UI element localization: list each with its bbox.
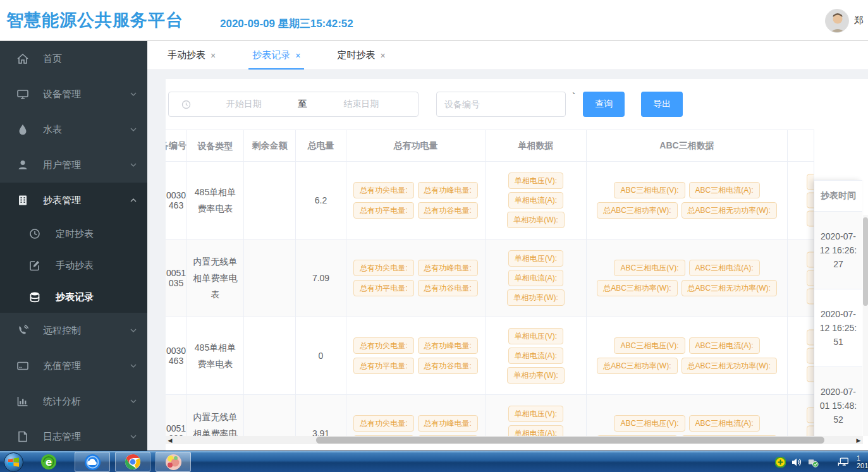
cell-device-no: 0051035 [166, 239, 187, 317]
vertical-scrollbar-thumb[interactable] [863, 217, 868, 306]
cell-three-phase: ABC三相电压(V):ABC三相电流(A):总ABC三相功率(W):总ABC三相… [587, 317, 788, 394]
table-row[interactable]: 0051035 内置无线单相单费率电表 7.09 总有功尖电量:总有功峰电量:总… [166, 239, 814, 317]
data-field-tag: 总有功谷电量: [418, 358, 478, 374]
windows-logo-icon [8, 457, 19, 467]
bar-chart-icon [16, 395, 29, 408]
cell-single-phase: 单相电压(V):单相电流(A):单相功率(W): [486, 162, 587, 239]
sidebar-item-user-mgmt[interactable]: 用户管理 [0, 147, 147, 183]
cell-read-time: 2020-07-12 16:26:27 [814, 212, 862, 289]
tray-volume-icon[interactable] [791, 456, 802, 468]
windows-taskbar: e [0, 451, 868, 472]
sidebar-item-label: 抄表记录 [56, 291, 94, 303]
sidebar-item-meter-mgmt[interactable]: 抄表管理 [0, 183, 147, 218]
qq-browser-icon [84, 454, 101, 471]
cell-device-type: 485单相单费率电表 [187, 162, 244, 239]
col-header-single-phase: 单相数据 [486, 130, 587, 161]
sidebar-item-device-mgmt[interactable]: 设备管理 [0, 76, 147, 112]
tray-360-safety-icon[interactable] [774, 456, 786, 468]
table-row[interactable]: 0030463 485单相单费率电表 6.2 总有功尖电量:总有功峰电量:总有功… [166, 162, 814, 239]
data-field-tag: 总ABC三相无功功率(W): [682, 358, 777, 374]
device-number-input[interactable] [436, 92, 566, 117]
close-icon[interactable]: × [211, 51, 216, 61]
sidebar-item-water-meter[interactable]: 水表 [0, 112, 147, 147]
data-field-tag: ABC三相电压(V): [614, 337, 685, 354]
document-icon [16, 430, 29, 443]
col-header-total-energy: 总电量 [296, 130, 346, 161]
user-box[interactable]: 郑 [825, 0, 868, 41]
tray-network-icon[interactable] [838, 456, 849, 468]
cell-active-energy: 总有功尖电量:总有功峰电量:总有功平电量:总有功谷电量: [346, 239, 486, 317]
sidebar-item-manual-reading[interactable]: 手动抄表 [0, 250, 147, 281]
data-field-tag: 总有功谷电量: [418, 202, 478, 219]
data-field-tag: 单相电压(V): [508, 250, 563, 267]
col-header-device-no: 设备编号 [166, 130, 187, 161]
horizontal-scrollbar[interactable]: ◀ ▶ [166, 436, 863, 444]
cell-three-phase: ABC三相电压(V):ABC三相电流(A):总ABC三相功率(W):总ABC三相… [587, 395, 788, 436]
data-field-tag: 总ABC三相功率(W): [597, 358, 677, 374]
close-icon[interactable]: × [380, 51, 385, 61]
cell-balance [244, 317, 296, 394]
sidebar-item-statistics[interactable]: 统计分析 [0, 384, 147, 419]
sidebar-item-log-mgmt[interactable]: 日志管理 [0, 419, 147, 454]
sidebar-item-label: 水表 [43, 124, 62, 136]
close-icon[interactable]: × [295, 51, 300, 61]
clock-icon [181, 100, 191, 109]
sidebar-item-home[interactable]: 首页 [0, 41, 147, 76]
cell-single-phase: 单相电压(V):单相电流(A):单相功率(W): [486, 395, 587, 436]
data-field-tag: 总有功谷电量: [418, 280, 478, 296]
cell-balance [244, 395, 296, 436]
taskbar-photo-app-button[interactable] [156, 452, 191, 472]
content-card: 开始日期 至 结束日期 ` 查询 导出 设备编号 设备类型 剩余金额 总电量 [166, 79, 868, 451]
start-button[interactable] [4, 452, 23, 472]
scroll-left-arrow-icon[interactable]: ◀ [166, 437, 174, 444]
tray-clock[interactable]: 1 201 [857, 454, 868, 469]
vertical-scrollbar[interactable]: ▾ [863, 215, 868, 436]
clipped-tag [807, 330, 814, 346]
sidebar-item-reading-records[interactable]: 抄表记录 [0, 281, 147, 313]
taskbar-qq-browser-button[interactable] [75, 452, 110, 472]
data-field-tag: 总有功尖电量: [353, 415, 413, 432]
sidebar-item-label: 充值管理 [43, 360, 81, 372]
tab-manual-reading[interactable]: 手动抄表 × [168, 41, 216, 70]
clipped-tag [807, 270, 814, 286]
sidebar-item-remote-control[interactable]: 远程控制 [0, 313, 147, 348]
tab-reading-records[interactable]: 抄表记录 × [252, 41, 300, 70]
cell-three-phase: ABC三相电压(V):ABC三相电流(A):总ABC三相功率(W):总ABC三相… [587, 239, 788, 317]
cell-device-type: 485单相单费率电表 [187, 317, 244, 394]
data-field-tag: 单相功率(W): [507, 367, 565, 384]
avatar[interactable] [825, 9, 849, 33]
chevron-down-icon [130, 161, 137, 169]
col-header-balance: 剩余金额 [244, 130, 296, 161]
query-button[interactable]: 查询 [583, 92, 625, 117]
scroll-right-arrow-icon[interactable]: ▶ [854, 437, 863, 444]
end-date-placeholder[interactable]: 结束日期 [311, 99, 412, 110]
date-range-picker[interactable]: 开始日期 至 结束日期 [168, 92, 419, 117]
fixed-time-column: 抄表时间 2020-07-12 16:26:27 2020-07-12 16:2… [814, 180, 862, 436]
data-field-tag: 总ABC三相功率(W): [597, 280, 677, 296]
cell-total-energy: 6.2 [296, 162, 346, 239]
cell-device-no: 0051033 [166, 395, 187, 436]
clipped-tag [807, 252, 814, 268]
avatar-image [826, 9, 849, 33]
horizontal-scrollbar-track[interactable] [174, 436, 854, 444]
home-icon [16, 52, 29, 65]
data-field-tag: 单相功率(W): [507, 289, 565, 306]
sidebar-item-timed-reading[interactable]: 定时抄表 [0, 218, 147, 250]
data-field-tag: ABC三相电压(V): [614, 182, 685, 198]
table-row[interactable]: 0030463 485单相单费率电表 0 总有功尖电量:总有功峰电量:总有功平电… [166, 317, 814, 395]
tab-timed-reading[interactable]: 定时抄表 × [337, 41, 385, 70]
building-icon [16, 194, 29, 207]
tray-usb-safely-remove-icon[interactable] [807, 456, 819, 468]
taskbar-chrome-button[interactable] [115, 452, 150, 472]
taskbar-360-browser-icon[interactable]: e [39, 453, 58, 471]
export-button[interactable]: 导出 [641, 92, 683, 117]
horizontal-scrollbar-thumb[interactable] [316, 437, 824, 444]
cell-clipped-column [788, 162, 814, 239]
start-date-placeholder[interactable]: 开始日期 [193, 99, 295, 110]
clipped-tag [807, 174, 814, 190]
sidebar-item-recharge-mgmt[interactable]: 充值管理 [0, 348, 147, 384]
main-content: 开始日期 至 结束日期 ` 查询 导出 设备编号 设备类型 剩余金额 总电量 [147, 70, 868, 451]
sidebar-item-label: 用户管理 [43, 159, 81, 171]
table-row[interactable]: 0051033 内置无线单相单费率电表 3.91 总有功尖电量:总有功峰电量:总… [166, 395, 814, 436]
cell-read-time: 2020-07-12 16:25:51 [814, 289, 862, 367]
